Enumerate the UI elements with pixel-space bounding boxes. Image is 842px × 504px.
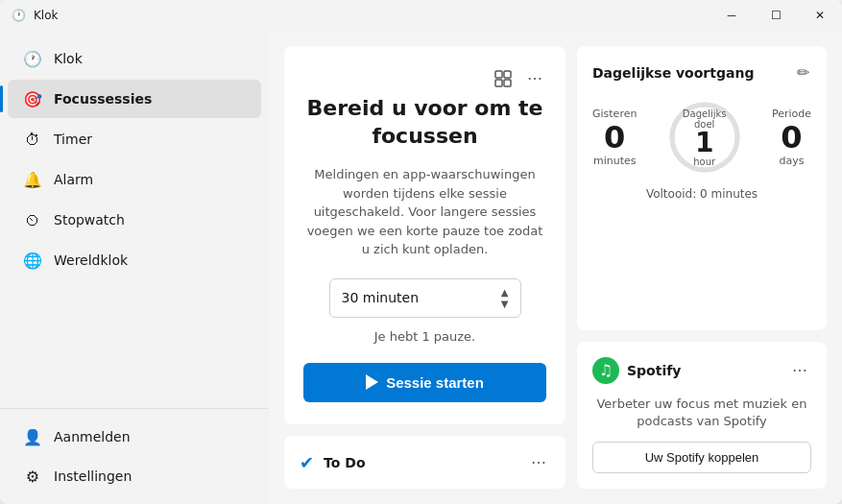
more-options-button[interactable]: ⋯ xyxy=(523,65,546,91)
todo-card: ✔ To Do ⋯ xyxy=(284,436,565,489)
wereldklok-icon: 🌐 xyxy=(23,251,42,270)
title-bar: 🕐 Klok ─ ☐ ✕ xyxy=(0,0,842,31)
maximize-button[interactable]: ☐ xyxy=(754,0,798,31)
focus-card-header: ⋯ xyxy=(303,65,546,91)
instellingen-icon: ⚙ xyxy=(23,467,42,486)
sidebar-item-alarm[interactable]: 🔔 Alarm xyxy=(8,160,261,199)
spotify-description: Verbeter uw focus met muziek en podcasts… xyxy=(592,396,811,430)
spotify-name: Spotify xyxy=(627,363,681,378)
content-area: ⋯ Bereid u voor om te focussen Meldingen… xyxy=(269,31,842,504)
pause-text: Je hebt 1 pauze. xyxy=(374,329,476,344)
play-icon xyxy=(366,374,378,390)
sidebar-item-stopwatch[interactable]: ⏲ Stopwatch xyxy=(8,201,261,239)
left-panel: ⋯ Bereid u voor om te focussen Meldingen… xyxy=(284,46,565,489)
spotify-brand: ♫ Spotify xyxy=(592,357,681,384)
right-panel: Dagelijkse voortgang ✏ Gisteren 0 minute… xyxy=(577,46,827,489)
start-session-button[interactable]: Sessie starten xyxy=(303,363,546,402)
focus-title: Bereid u voor om te focussen xyxy=(303,95,546,150)
main-content: 🕐 Klok 🎯 Focussessies ⏱ Timer 🔔 Alarm ⏲ … xyxy=(0,31,842,504)
sidebar-label-aanmelden: Aanmelden xyxy=(54,429,131,444)
daily-goal-circle: Dagelijks doel 1 hour xyxy=(666,99,743,176)
daily-unit: hour xyxy=(683,156,727,167)
todo-more-button[interactable]: ⋯ xyxy=(527,449,550,475)
timer-icon: ⏱ xyxy=(23,130,42,149)
sidebar-label-wereldklok: Wereldklok xyxy=(54,252,128,268)
todo-check-icon: ✔ xyxy=(300,452,314,472)
sidebar-label-klok: Klok xyxy=(54,51,83,66)
sidebar-label-instellingen: Instellingen xyxy=(54,468,132,484)
spotify-connect-button[interactable]: Uw Spotify koppelen xyxy=(592,442,811,473)
svg-rect-0 xyxy=(495,71,502,78)
sidebar-label-alarm: Alarm xyxy=(54,172,93,187)
stat-daily-goal: Dagelijks doel 1 hour xyxy=(666,99,743,176)
time-arrows: ▲ ▼ xyxy=(501,287,509,309)
sidebar-bottom: 👤 Aanmelden ⚙ Instellingen xyxy=(0,408,269,496)
yesterday-unit: minutes xyxy=(593,155,637,167)
yesterday-value: 0 xyxy=(604,122,625,153)
circle-content: Dagelijks doel 1 hour xyxy=(683,108,727,167)
spotify-logo: ♫ xyxy=(592,357,619,384)
sidebar-item-timer[interactable]: ⏱ Timer xyxy=(8,120,261,158)
spotify-logo-icon: ♫ xyxy=(599,361,613,379)
todo-left: ✔ To Do xyxy=(300,452,366,472)
svg-rect-3 xyxy=(504,80,511,86)
stat-period: Periode 0 days xyxy=(772,108,811,167)
focus-main-card: ⋯ Bereid u voor om te focussen Meldingen… xyxy=(284,46,565,424)
focussessies-icon: 🎯 xyxy=(23,89,42,108)
focus-body: Bereid u voor om te focussen Meldingen e… xyxy=(303,95,546,405)
sidebar-item-focussessies[interactable]: 🎯 Focussessies xyxy=(8,80,261,118)
klok-icon: 🕐 xyxy=(23,49,42,68)
sidebar-label-stopwatch: Stopwatch xyxy=(54,212,125,228)
sidebar-label-focussessies: Focussessies xyxy=(54,91,152,107)
spotify-header: ♫ Spotify ⋯ xyxy=(592,357,811,384)
sidebar-label-timer: Timer xyxy=(54,132,92,147)
sidebar-item-instellingen[interactable]: ⚙ Instellingen xyxy=(8,457,261,495)
daily-value: 1 xyxy=(683,130,727,156)
session-options-icon[interactable] xyxy=(491,65,516,91)
period-unit: days xyxy=(779,155,804,167)
title-bar-title: 🕐 Klok xyxy=(12,9,59,22)
progress-card: Dagelijkse voortgang ✏ Gisteren 0 minute… xyxy=(577,46,827,330)
app-title: Klok xyxy=(34,9,59,22)
svg-rect-2 xyxy=(495,80,502,86)
todo-label: To Do xyxy=(324,455,365,470)
progress-title: Dagelijkse voortgang xyxy=(592,65,754,81)
start-button-label: Sessie starten xyxy=(386,374,484,391)
close-button[interactable]: ✕ xyxy=(798,0,842,31)
app-icon: 🕐 xyxy=(12,9,26,22)
edit-progress-button[interactable]: ✏ xyxy=(795,61,811,84)
focus-description: Meldingen en app-waarschuwingen worden t… xyxy=(303,165,546,259)
period-value: 0 xyxy=(781,122,802,153)
stopwatch-icon: ⏲ xyxy=(23,210,42,229)
minimize-button[interactable]: ─ xyxy=(710,0,754,31)
aanmelden-icon: 👤 xyxy=(23,427,42,446)
svg-rect-1 xyxy=(504,71,511,78)
sidebar: 🕐 Klok 🎯 Focussessies ⏱ Timer 🔔 Alarm ⏲ … xyxy=(0,31,269,504)
time-selector[interactable]: 30 minuten ▲ ▼ xyxy=(329,278,521,318)
alarm-icon: 🔔 xyxy=(23,170,42,189)
spotify-more-button[interactable]: ⋯ xyxy=(788,357,811,383)
title-bar-controls: ─ ☐ ✕ xyxy=(710,0,842,31)
progress-stats: Gisteren 0 minutes xyxy=(592,99,811,176)
progress-completed: Voltooid: 0 minutes xyxy=(592,187,811,201)
time-value: 30 minuten xyxy=(342,290,420,305)
sidebar-item-wereldklok[interactable]: 🌐 Wereldklok xyxy=(8,241,261,279)
sidebar-item-klok[interactable]: 🕐 Klok xyxy=(8,39,261,78)
spotify-card: ♫ Spotify ⋯ Verbeter uw focus met muziek… xyxy=(577,342,827,489)
sidebar-item-aanmelden[interactable]: 👤 Aanmelden xyxy=(8,418,261,456)
stat-yesterday: Gisteren 0 minutes xyxy=(592,108,637,167)
progress-header: Dagelijkse voortgang ✏ xyxy=(592,61,811,84)
